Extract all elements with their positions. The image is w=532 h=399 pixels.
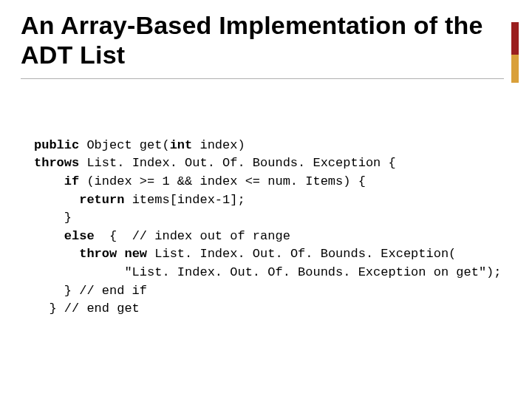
keyword-int: int	[170, 138, 193, 152]
keyword-if: if	[64, 174, 79, 188]
code-block: public Object get(int index) throws List…	[34, 118, 502, 318]
accent-bar	[511, 22, 519, 83]
code-line-3: if (index >= 1 && index <= num. Items) {	[34, 174, 366, 188]
slide: An Array-Based Implementation of the ADT…	[0, 0, 532, 399]
keyword-return: return	[79, 193, 124, 207]
code-line-1: public Object get(int index)	[34, 138, 245, 152]
code-line-7: throw new List. Index. Out. Of. Bounds. …	[34, 247, 456, 261]
slide-title: An Array-Based Implementation of the ADT…	[21, 10, 511, 69]
code-line-5: }	[34, 211, 72, 225]
accent-bar-top	[511, 22, 519, 55]
code-line-2: throws List. Index. Out. Of. Bounds. Exc…	[34, 156, 396, 170]
code-line-4: return items[index-1];	[34, 193, 245, 207]
keyword-else: else	[64, 229, 95, 243]
accent-bar-bottom	[511, 55, 519, 83]
keyword-throws: throws	[34, 156, 79, 170]
code-line-6: else { // index out of range	[34, 229, 290, 243]
title-underline	[21, 78, 504, 79]
keyword-throw-new: throw new	[79, 247, 147, 261]
keyword-public: public	[34, 138, 79, 152]
code-line-8: "List. Index. Out. Of. Bounds. Exception…	[34, 265, 502, 279]
code-line-9: } // end if	[34, 284, 147, 298]
code-line-10: } // end get	[34, 301, 140, 316]
title-block: An Array-Based Implementation of the ADT…	[21, 10, 511, 69]
